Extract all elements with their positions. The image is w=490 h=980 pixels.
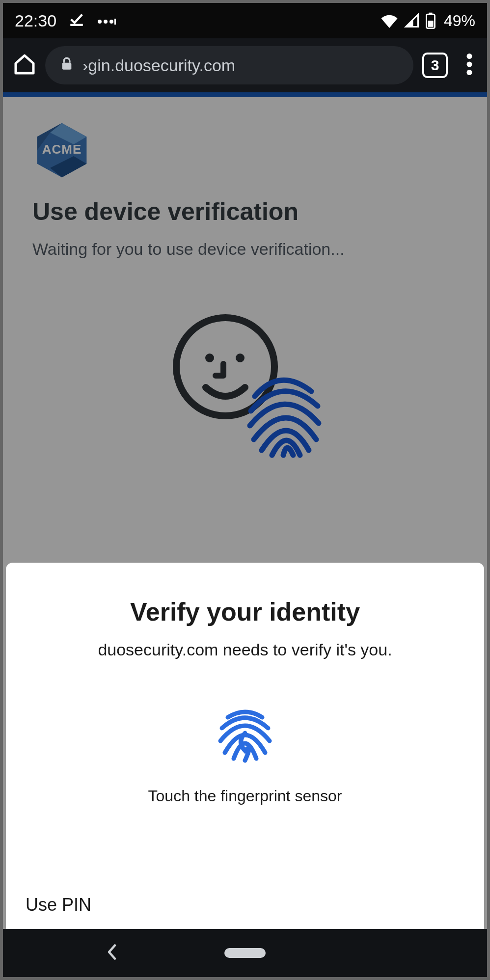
status-time: 22:30 bbox=[15, 11, 56, 30]
more-notifications-icon bbox=[97, 11, 116, 30]
battery-percentage: 49% bbox=[444, 12, 475, 30]
fingerprint-icon bbox=[26, 704, 464, 767]
svg-rect-7 bbox=[428, 21, 433, 27]
url-bar[interactable]: ›gin.duosecurity.com bbox=[45, 46, 413, 84]
svg-rect-6 bbox=[429, 13, 432, 15]
tabs-button[interactable]: 3 bbox=[422, 53, 448, 78]
svg-point-10 bbox=[467, 62, 472, 67]
dialog-subtitle: duosecurity.com needs to verify it's you… bbox=[26, 640, 464, 659]
dialog-instruction: Touch the fingerprint sensor bbox=[26, 787, 464, 805]
svg-rect-4 bbox=[114, 19, 116, 25]
overflow-menu-icon[interactable] bbox=[457, 54, 477, 77]
checkmark-icon bbox=[68, 10, 85, 31]
back-icon[interactable] bbox=[106, 943, 118, 963]
fingerprint-dialog: Verify your identity duosecurity.com nee… bbox=[6, 563, 484, 929]
lock-icon bbox=[60, 56, 74, 75]
svg-point-2 bbox=[104, 20, 108, 24]
wifi-icon bbox=[380, 13, 399, 28]
system-nav-bar bbox=[3, 929, 487, 977]
svg-point-1 bbox=[98, 20, 102, 24]
battery-icon bbox=[425, 12, 436, 29]
cellular-icon bbox=[404, 13, 420, 28]
browser-toolbar: ›gin.duosecurity.com 3 bbox=[3, 38, 487, 92]
svg-point-11 bbox=[467, 70, 472, 75]
home-handle[interactable] bbox=[224, 948, 266, 958]
use-pin-button[interactable]: Use PIN bbox=[26, 895, 91, 915]
dialog-title: Verify your identity bbox=[26, 597, 464, 626]
tab-count: 3 bbox=[431, 57, 439, 74]
status-bar: 22:30 49% bbox=[3, 3, 487, 38]
svg-point-3 bbox=[109, 20, 113, 24]
url-text: ›gin.duosecurity.com bbox=[82, 56, 235, 75]
svg-rect-8 bbox=[62, 62, 72, 69]
home-icon[interactable] bbox=[13, 53, 36, 78]
svg-point-9 bbox=[467, 54, 472, 59]
